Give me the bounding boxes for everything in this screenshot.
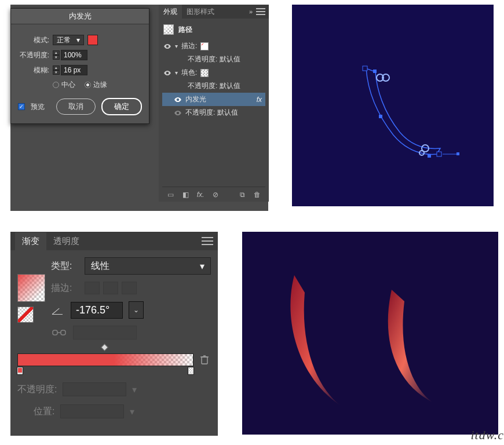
stroke-align-label: 描边: [51,282,79,294]
gradient-stroke-swatch[interactable] [17,307,34,323]
object-opacity-text: 不透明度: 默认值 [185,108,238,118]
radio-off-icon [53,82,59,88]
gradient-fill-swatch[interactable] [17,274,45,302]
stroke-along-button[interactable] [103,282,118,294]
delete-icon[interactable]: 🗑 [253,190,262,199]
stroke-within-button[interactable] [85,282,100,294]
anchor-handle[interactable] [428,154,431,158]
stop-opacity-field[interactable] [63,382,126,396]
stroke-opacity-row[interactable]: 不透明度: 默认值 [162,53,265,66]
preview-label: 预览 [31,102,45,112]
appearance-panel-tabs: 外观 图形样式 » [159,5,269,19]
stroke-across-button[interactable] [122,282,137,294]
blur-field[interactable]: 16 px [61,65,87,75]
appearance-panel: 路径 ▾ 描边: 不透明度: 默认值 ▾ 填色: 不透明度: 默认值 [159,19,269,202]
mode-label: 模式: [18,35,49,45]
aspect-link-icon[interactable] [51,327,67,338]
fx-applied-icon[interactable]: fx [257,96,264,104]
chevron-down-icon: ▾ [200,261,204,272]
type-label: 类型: [51,260,79,272]
path-swatch-icon[interactable] [163,24,174,35]
aspect-ratio-field[interactable] [73,326,137,340]
tab-graphic-styles[interactable]: 图形样式 [182,5,219,19]
svg-rect-1 [61,330,65,335]
edge-radio-label: 边缘 [93,80,107,90]
appearance-footer: ▭ ◧ fx. ⊘ ⧉ 🗑 [162,187,265,202]
tab-transparency[interactable]: 透明度 [46,232,86,250]
anchor-handle[interactable] [437,152,441,156]
svg-rect-0 [53,330,57,335]
fill-row[interactable]: ▾ 填色: [162,66,265,79]
rendered-horn-right [388,290,433,403]
visibility-eye-icon[interactable] [163,69,171,77]
visibility-eye-icon[interactable] [163,42,171,50]
anchor-handle[interactable] [363,66,367,71]
stop-position-label: 位置: [17,406,54,418]
visibility-eye-icon[interactable] [174,96,182,104]
gradient-ramp[interactable] [17,353,193,366]
stop-position-field[interactable] [60,404,124,418]
rendered-horn-left [290,275,341,406]
add-fill-icon[interactable]: ◧ [181,190,190,199]
gradient-stop-start[interactable] [17,367,23,375]
center-radio[interactable]: 中心 [53,80,75,90]
expand-tri-icon[interactable]: ▾ [175,43,178,49]
direction-end-handle[interactable] [456,152,459,155]
inner-glow-dialog: 内发光 模式: 正常 ▾ 不透明度: ▴▾ 100% 模糊: ▴▾ 16 px [10,8,149,124]
ok-button[interactable]: 确定 [101,98,142,115]
stroke-row[interactable]: ▾ 描边: [162,39,265,53]
clear-icon[interactable]: ⊘ [211,190,220,199]
radio-on-icon [85,82,91,88]
preview-checkbox[interactable] [18,103,25,110]
stroke-opacity-text: 不透明度: 默认值 [188,54,240,64]
inner-glow-label: 内发光 [185,94,206,104]
expand-tri-icon[interactable]: ▾ [175,70,178,76]
anchor-handle[interactable] [379,115,382,118]
object-opacity-row[interactable]: 不透明度: 默认值 [162,106,265,119]
panel-menu-icon[interactable] [202,237,213,245]
duplicate-icon[interactable]: ⧉ [238,190,247,199]
add-stroke-icon[interactable]: ▭ [166,190,175,199]
tab-gradient[interactable]: 渐变 [15,232,46,250]
anchor-handle[interactable] [373,70,377,73]
panel-collapse-icon[interactable]: » [249,8,253,15]
fill-swatch-icon[interactable] [200,69,209,77]
blend-mode-select[interactable]: 正常 ▾ [53,35,84,45]
svg-rect-3 [202,357,207,364]
stroke-label: 描边: [181,41,197,51]
appearance-header: 路径 [162,22,265,39]
angle-icon [51,303,65,317]
stroke-swatch-icon[interactable] [200,42,209,50]
panel-menu-icon[interactable] [256,8,265,15]
gradient-type-select[interactable]: 线性 ▾ [85,257,211,275]
fill-opacity-row[interactable]: 不透明度: 默认值 [162,79,265,93]
blur-label: 模糊: [18,65,49,75]
gradient-panel: 渐变 透明度 类型: 线性 ▾ 描边: [10,232,218,436]
dialog-title: 内发光 [11,9,149,24]
tab-appearance[interactable]: 外观 [159,5,182,19]
path-title: 路径 [178,25,192,35]
blur-spinner[interactable]: ▴▾ [53,65,60,75]
canvas-preview-path [292,5,494,206]
chevron-down-icon: ▾ [76,36,80,44]
selected-path[interactable] [366,68,440,154]
visibility-eye-icon[interactable] [174,109,182,117]
inner-glow-row[interactable]: 内发光 fx [162,93,265,106]
gradient-panel-tabs: 渐变 透明度 [10,232,218,250]
cancel-button[interactable]: 取消 [56,99,96,115]
opacity-label: 不透明度: [18,50,49,60]
edge-radio[interactable]: 边缘 [85,80,107,90]
stop-opacity-label: 不透明度: [17,384,57,396]
opacity-midpoint-handle[interactable] [101,344,108,351]
glow-color-swatch[interactable] [87,35,98,45]
add-effect-icon[interactable]: fx. [196,190,205,199]
gradient-angle-field[interactable]: -176.5° [71,302,123,319]
opacity-field[interactable]: 100% [61,50,87,60]
gradient-type-value: 线性 [91,260,109,272]
delete-stop-icon[interactable] [198,353,211,366]
opacity-spinner[interactable]: ▴▾ [53,50,60,60]
gradient-stop-end[interactable] [188,367,194,375]
fill-label: 填色: [181,68,197,78]
fill-opacity-text: 不透明度: 默认值 [188,81,240,91]
angle-dropdown-button[interactable]: ⌄ [129,301,144,319]
